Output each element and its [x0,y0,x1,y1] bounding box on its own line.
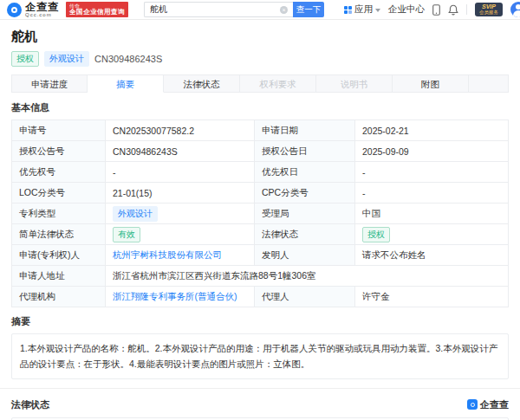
abstract-text: 1.本外观设计产品的名称：舵机。2.本外观设计产品的用途：用于机器人关节的驱动或… [11,333,509,379]
status-badge: 授权 [11,51,39,67]
applicant-company-link[interactable]: 杭州宇树科技股份有限公司 [113,249,222,260]
tab-application-progress[interactable]: 申请进度 [11,74,88,93]
bell-icon[interactable] [448,4,458,16]
table-row: 专利类型 外观设计 受理局 中国 [12,204,509,224]
user-avatar[interactable] [510,2,520,17]
tab-legal-status[interactable]: 法律状态 [164,74,240,93]
qcc-mini-icon [467,399,478,410]
info-value: 中国 [355,204,509,224]
promo-line2: 全国企业信用查询 [69,9,125,16]
divider [466,4,467,15]
caret-down-icon [375,9,380,12]
info-label: 法律状态 [255,224,355,245]
table-row: LOC分类号 21-01(15) CPC分类号 - [12,183,509,204]
legal-status-section: 法律状态 企查查 2025-09-09 授权 [0,398,520,420]
info-value: 2025-02-21 [355,120,509,141]
tab-bar-filler [469,74,509,93]
qcc-logo-icon [7,3,22,17]
promo-line1: 传奇 [69,3,125,10]
top-bar: 企查查 Qcc.com 传奇 全国企业信用查询 × 查一下 应用 企业中心 SV… [0,0,520,20]
basic-info-table: 申请号 CN202530077582.2 申请日期 2025-02-21 授权公… [11,120,509,307]
table-row: 代理机构 浙江翔隆专利事务所(普通合伙) 代理人 许守金 [12,287,509,307]
page-title: 舵机 [11,29,509,45]
table-row: 申请人地址 浙江省杭州市滨江区西兴街道东流路88号1幢306室 [12,266,509,287]
info-value: CN309486243S [106,141,255,162]
search-bar: × 查一下 [144,2,324,17]
qcc-mini-label: 企查查 [480,398,509,411]
patent-badges: 授权 外观设计 CN309486243S [11,51,509,67]
table-row: 优先权号 - 优先权日 - [12,162,509,183]
info-value: - [355,162,509,183]
table-row: 申请号 CN202530077582.2 申请日期 2025-02-21 [12,120,509,141]
info-label: 申请号 [12,120,106,141]
info-label: 受理局 [255,204,355,224]
info-value: 请求不公布姓名 [355,245,509,266]
table-row: 简单法律状态 有效 法律状态 授权 [12,224,509,245]
patent-detail-page: 舵机 授权 外观设计 CN309486243S 申请进度 摘要 法律状态 权利要… [0,29,520,379]
info-value: 外观设计 [106,204,255,224]
apps-label: 应用 [354,3,373,16]
info-value: - [106,162,255,183]
info-label: LOC分类号 [12,183,106,204]
info-label: 优先权号 [12,162,106,183]
patent-type-tag: 外观设计 [113,206,158,222]
info-value: 杭州宇树科技股份有限公司 [106,245,255,266]
publication-number: CN309486243S [94,54,162,64]
svip-badge[interactable]: SVIP 会员服务 [475,3,503,16]
search-input[interactable] [144,2,293,17]
section-divider [0,388,520,389]
info-value: 有效 [106,224,255,245]
info-label: 授权公告日 [255,141,355,162]
info-value: 浙江省杭州市滨江区西兴街道东流路88号1幢306室 [106,266,509,287]
apps-grid-icon [344,6,352,14]
tab-bar: 申请进度 摘要 法律状态 权利要求 说明书 附图 [11,74,509,94]
info-label: CPC分类号 [255,183,355,204]
svip-sublabel: 会员服务 [479,10,498,16]
info-label: 代理机构 [12,287,106,307]
table-row: 申请(专利权)人 杭州宇树科技股份有限公司 发明人 请求不公布姓名 [12,245,509,266]
info-label: 专利类型 [12,204,106,224]
tab-claims: 权利要求 [240,74,316,93]
header-nav: 应用 企业中心 SVIP 会员服务 [344,2,520,17]
logo-title: 企查查 [25,2,59,12]
info-value: 2025-09-09 [355,141,509,162]
section-title-legal-status: 法律状态 [11,398,49,411]
info-value: 许守金 [355,287,509,307]
search-clear-icon[interactable]: × [280,6,288,14]
tab-abstract[interactable]: 摘要 [88,74,164,93]
search-button[interactable]: 查一下 [293,2,324,17]
info-value: 浙江翔隆专利事务所(普通合伙) [106,287,255,307]
apps-menu[interactable]: 应用 [344,3,380,16]
info-label: 授权公告号 [12,141,106,162]
info-label: 优先权日 [255,162,355,183]
promo-badge: 传奇 全国企业信用查询 [66,2,128,18]
phone-icon[interactable] [432,4,440,16]
info-value: CN202530077582.2 [106,120,255,141]
info-label: 代理人 [255,287,355,307]
patent-type-badge: 外观设计 [44,51,89,67]
legal-status-tag: 授权 [362,227,390,242]
info-label: 申请人地址 [12,266,106,287]
info-value: 21-01(15) [106,183,255,204]
qcc-logo[interactable]: 企查查 Qcc.com 传奇 全国企业信用查询 [7,2,128,18]
info-label: 简单法律状态 [12,224,106,245]
section-title-basic-info: 基本信息 [11,101,509,114]
info-label: 申请(专利权)人 [12,245,106,266]
tab-drawings[interactable]: 附图 [393,74,469,93]
table-row: 授权公告号 CN309486243S 授权公告日 2025-09-09 [12,141,509,162]
simple-legal-status-tag: 有效 [113,227,140,242]
agency-link[interactable]: 浙江翔隆专利事务所(普通合伙) [113,291,237,301]
logo-subtitle: Qcc.com [25,12,59,17]
info-value: - [355,183,509,204]
info-value: 授权 [355,224,509,245]
qcc-watermark-logo: 企查查 [467,398,509,411]
section-title-abstract: 摘要 [11,315,509,328]
tab-description: 说明书 [316,74,393,93]
enterprise-center-link[interactable]: 企业中心 [388,3,425,16]
info-label: 发明人 [255,245,355,266]
info-label: 申请日期 [255,120,355,141]
